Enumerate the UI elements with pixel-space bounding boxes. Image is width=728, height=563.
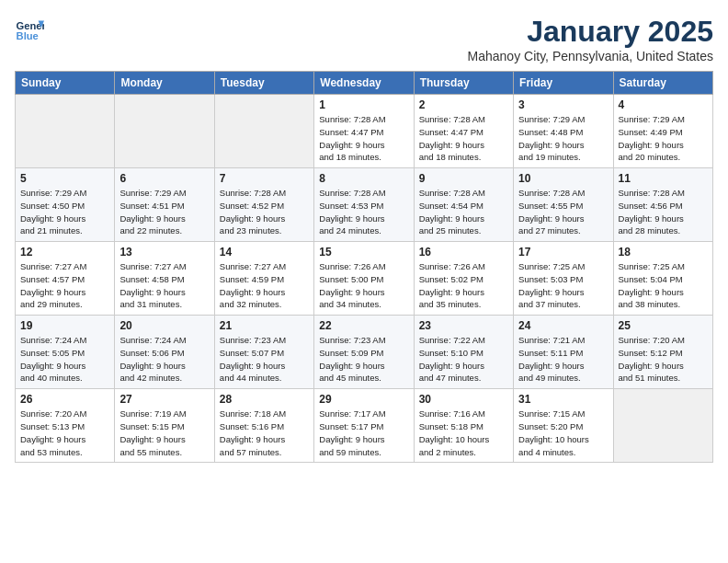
- day-info: Sunrise: 7:16 AM Sunset: 5:18 PM Dayligh…: [419, 408, 508, 458]
- day-info: Sunrise: 7:29 AM Sunset: 4:50 PM Dayligh…: [20, 187, 109, 237]
- day-info: Sunrise: 7:28 AM Sunset: 4:47 PM Dayligh…: [419, 113, 508, 164]
- week-row-3: 12Sunrise: 7:27 AM Sunset: 4:57 PM Dayli…: [16, 242, 713, 316]
- day-info: Sunrise: 7:18 AM Sunset: 5:16 PM Dayligh…: [220, 408, 309, 458]
- day-number: 16: [419, 246, 508, 259]
- day-number: 2: [419, 98, 508, 111]
- day-info: Sunrise: 7:28 AM Sunset: 4:47 PM Dayligh…: [319, 113, 408, 164]
- day-info: Sunrise: 7:20 AM Sunset: 5:13 PM Dayligh…: [20, 408, 109, 458]
- calendar-cell: 18Sunrise: 7:25 AM Sunset: 5:04 PM Dayli…: [613, 242, 712, 316]
- calendar-cell: 31Sunrise: 7:15 AM Sunset: 5:20 PM Dayli…: [514, 389, 613, 463]
- day-number: 23: [419, 319, 508, 332]
- weekday-header-tuesday: Tuesday: [214, 72, 313, 95]
- day-number: 8: [319, 172, 408, 185]
- calendar-cell: 1Sunrise: 7:28 AM Sunset: 4:47 PM Daylig…: [314, 95, 414, 168]
- day-info: Sunrise: 7:26 AM Sunset: 5:02 PM Dayligh…: [419, 260, 508, 311]
- calendar-cell: 16Sunrise: 7:26 AM Sunset: 5:02 PM Dayli…: [414, 242, 513, 316]
- weekday-header-saturday: Saturday: [613, 72, 712, 95]
- day-info: Sunrise: 7:15 AM Sunset: 5:20 PM Dayligh…: [518, 408, 608, 458]
- month-title: January 2025: [468, 15, 713, 49]
- week-row-1: 1Sunrise: 7:28 AM Sunset: 4:47 PM Daylig…: [16, 95, 713, 168]
- calendar-cell: 20Sunrise: 7:24 AM Sunset: 5:06 PM Dayli…: [115, 316, 214, 389]
- weekday-header-wednesday: Wednesday: [314, 72, 414, 95]
- day-number: 11: [619, 172, 708, 185]
- weekday-header-sunday: Sunday: [16, 72, 115, 95]
- day-number: 14: [220, 246, 309, 259]
- day-info: Sunrise: 7:27 AM Sunset: 4:59 PM Dayligh…: [220, 260, 309, 311]
- day-number: 15: [319, 246, 408, 259]
- day-number: 25: [619, 319, 708, 332]
- day-number: 1: [319, 98, 408, 111]
- calendar-cell: 28Sunrise: 7:18 AM Sunset: 5:16 PM Dayli…: [214, 389, 313, 463]
- day-number: 7: [220, 172, 309, 185]
- day-info: Sunrise: 7:28 AM Sunset: 4:55 PM Dayligh…: [518, 187, 608, 237]
- logo-icon: General Blue: [15, 15, 44, 44]
- title-block: January 2025 Mahanoy City, Pennsylvania,…: [468, 15, 713, 63]
- calendar-cell: 4Sunrise: 7:29 AM Sunset: 4:49 PM Daylig…: [613, 95, 712, 168]
- day-number: 9: [419, 172, 508, 185]
- day-number: 3: [518, 98, 608, 111]
- day-info: Sunrise: 7:29 AM Sunset: 4:51 PM Dayligh…: [119, 187, 209, 237]
- day-info: Sunrise: 7:22 AM Sunset: 5:10 PM Dayligh…: [419, 334, 508, 385]
- day-number: 19: [20, 319, 109, 332]
- calendar-cell: 26Sunrise: 7:20 AM Sunset: 5:13 PM Dayli…: [16, 389, 115, 463]
- day-info: Sunrise: 7:28 AM Sunset: 4:54 PM Dayligh…: [419, 187, 508, 237]
- page-header: General Blue January 2025 Mahanoy City, …: [15, 15, 713, 63]
- day-number: 5: [20, 172, 109, 185]
- week-row-5: 26Sunrise: 7:20 AM Sunset: 5:13 PM Dayli…: [16, 389, 713, 463]
- calendar-cell: 12Sunrise: 7:27 AM Sunset: 4:57 PM Dayli…: [16, 242, 115, 316]
- logo: General Blue: [15, 15, 44, 44]
- day-info: Sunrise: 7:19 AM Sunset: 5:15 PM Dayligh…: [119, 408, 209, 458]
- calendar-cell: 3Sunrise: 7:29 AM Sunset: 4:48 PM Daylig…: [514, 95, 613, 168]
- calendar-cell: 9Sunrise: 7:28 AM Sunset: 4:54 PM Daylig…: [414, 168, 513, 242]
- calendar-cell: 25Sunrise: 7:20 AM Sunset: 5:12 PM Dayli…: [613, 316, 712, 389]
- weekday-header-monday: Monday: [115, 72, 214, 95]
- svg-text:Blue: Blue: [17, 30, 39, 41]
- day-info: Sunrise: 7:17 AM Sunset: 5:17 PM Dayligh…: [319, 408, 408, 458]
- weekday-header-row: SundayMondayTuesdayWednesdayThursdayFrid…: [16, 72, 713, 95]
- week-row-4: 19Sunrise: 7:24 AM Sunset: 5:05 PM Dayli…: [16, 316, 713, 389]
- calendar-table: SundayMondayTuesdayWednesdayThursdayFrid…: [15, 71, 713, 463]
- calendar-cell: 19Sunrise: 7:24 AM Sunset: 5:05 PM Dayli…: [16, 316, 115, 389]
- calendar-cell: 21Sunrise: 7:23 AM Sunset: 5:07 PM Dayli…: [214, 316, 313, 389]
- day-number: 6: [119, 172, 209, 185]
- day-info: Sunrise: 7:25 AM Sunset: 5:03 PM Dayligh…: [518, 260, 608, 311]
- calendar-cell: 30Sunrise: 7:16 AM Sunset: 5:18 PM Dayli…: [414, 389, 513, 463]
- day-number: 22: [319, 319, 408, 332]
- day-info: Sunrise: 7:23 AM Sunset: 5:07 PM Dayligh…: [220, 334, 309, 385]
- day-number: 24: [518, 319, 608, 332]
- weekday-header-thursday: Thursday: [414, 72, 513, 95]
- calendar-cell: 13Sunrise: 7:27 AM Sunset: 4:58 PM Dayli…: [115, 242, 214, 316]
- calendar-cell: 10Sunrise: 7:28 AM Sunset: 4:55 PM Dayli…: [514, 168, 613, 242]
- day-info: Sunrise: 7:29 AM Sunset: 4:48 PM Dayligh…: [518, 113, 608, 164]
- day-number: 30: [419, 393, 508, 406]
- day-info: Sunrise: 7:25 AM Sunset: 5:04 PM Dayligh…: [619, 260, 708, 311]
- calendar-cell: 14Sunrise: 7:27 AM Sunset: 4:59 PM Dayli…: [214, 242, 313, 316]
- day-number: 28: [220, 393, 309, 406]
- day-info: Sunrise: 7:28 AM Sunset: 4:56 PM Dayligh…: [619, 187, 708, 237]
- day-info: Sunrise: 7:28 AM Sunset: 4:52 PM Dayligh…: [220, 187, 309, 237]
- day-number: 26: [20, 393, 109, 406]
- calendar-cell: 29Sunrise: 7:17 AM Sunset: 5:17 PM Dayli…: [314, 389, 414, 463]
- week-row-2: 5Sunrise: 7:29 AM Sunset: 4:50 PM Daylig…: [16, 168, 713, 242]
- calendar-cell: [16, 95, 115, 168]
- day-info: Sunrise: 7:27 AM Sunset: 4:58 PM Dayligh…: [119, 260, 209, 311]
- calendar-cell: [115, 95, 214, 168]
- calendar-cell: 2Sunrise: 7:28 AM Sunset: 4:47 PM Daylig…: [414, 95, 513, 168]
- calendar-cell: 23Sunrise: 7:22 AM Sunset: 5:10 PM Dayli…: [414, 316, 513, 389]
- location-subtitle: Mahanoy City, Pennsylvania, United State…: [468, 49, 713, 63]
- calendar-cell: 22Sunrise: 7:23 AM Sunset: 5:09 PM Dayli…: [314, 316, 414, 389]
- day-number: 18: [619, 246, 708, 259]
- day-info: Sunrise: 7:24 AM Sunset: 5:06 PM Dayligh…: [119, 334, 209, 385]
- calendar-cell: 11Sunrise: 7:28 AM Sunset: 4:56 PM Dayli…: [613, 168, 712, 242]
- calendar-cell: 17Sunrise: 7:25 AM Sunset: 5:03 PM Dayli…: [514, 242, 613, 316]
- day-info: Sunrise: 7:23 AM Sunset: 5:09 PM Dayligh…: [319, 334, 408, 385]
- day-info: Sunrise: 7:21 AM Sunset: 5:11 PM Dayligh…: [518, 334, 608, 385]
- day-number: 4: [619, 98, 708, 111]
- day-number: 10: [518, 172, 608, 185]
- day-info: Sunrise: 7:20 AM Sunset: 5:12 PM Dayligh…: [619, 334, 708, 385]
- day-number: 13: [119, 246, 209, 259]
- day-number: 17: [518, 246, 608, 259]
- day-number: 29: [319, 393, 408, 406]
- day-number: 27: [119, 393, 209, 406]
- calendar-cell: 8Sunrise: 7:28 AM Sunset: 4:53 PM Daylig…: [314, 168, 414, 242]
